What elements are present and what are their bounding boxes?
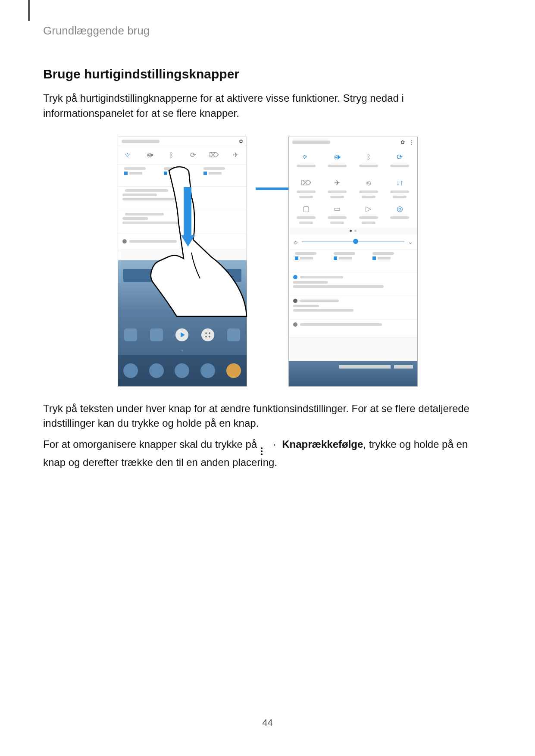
phone-expanded: ✿ ⋮ ᯤ 🕪 ᛒ ⟳ ⌦ ✈ ⎋ ↓↑ ▢ ▭ ▷ ◎: [288, 137, 418, 387]
messages-icon: [175, 363, 189, 378]
swipe-hand-illustration: [135, 162, 247, 317]
qs-flashlight: ⌦: [291, 176, 322, 202]
qs-rotation: ⟳: [384, 150, 416, 176]
notification-item: [289, 296, 417, 320]
qs-hotspot: ▭: [322, 202, 353, 228]
page-number: 44: [0, 717, 535, 728]
pager-dot: ○: [118, 349, 247, 352]
paragraph-2: Tryk på teksten under hver knap for at æ…: [43, 401, 492, 431]
qs-screen: ▷: [353, 202, 385, 228]
qs-wifi: ᯤ: [291, 150, 322, 176]
dock-row: [118, 325, 247, 345]
grid-pager: [289, 228, 417, 234]
intro-paragraph: Tryk på hurtigindstillingknapperne for a…: [43, 91, 492, 121]
qs-bluelight: ▢: [291, 202, 322, 228]
dock-icon: [227, 328, 240, 341]
quick-settings-grid: ᯤ 🕪 ᛒ ⟳ ⌦ ✈ ⎋ ↓↑ ▢ ▭ ▷ ◎: [289, 147, 417, 228]
slider-thumb: [353, 239, 358, 244]
qs-airplane: ✈: [322, 176, 353, 202]
app-thumb: [295, 252, 316, 269]
favorites-tray: [118, 355, 247, 386]
gear-icon: ✿: [239, 138, 243, 144]
phone-icon: [123, 363, 138, 378]
camera-icon: [226, 363, 241, 378]
header-accent: [28, 0, 30, 21]
paragraph-3: For at omorganisere knapper skal du tryk…: [43, 437, 492, 470]
bluetooth-icon: ᛒ: [167, 150, 176, 160]
notif-apps-row: [289, 249, 417, 272]
swipe-arrow-body: [184, 187, 191, 236]
vertical-dots-icon: [261, 447, 263, 455]
qs-mobiledata: ↓↑: [384, 176, 416, 202]
wifi-icon: ᯤ: [124, 150, 133, 160]
airplane-icon: ✈: [231, 150, 241, 160]
contacts-icon: [149, 363, 164, 378]
more-icon: ⋮: [409, 139, 414, 145]
p3-bold: Knaprækkefølge: [282, 438, 363, 450]
brightness-icon: ☼: [293, 238, 299, 245]
dock-gallery-icon: [150, 328, 163, 341]
brightness-slider: ☼ ⌄: [289, 234, 417, 249]
status-text-blur: [122, 140, 160, 143]
app-thumb: [372, 252, 394, 269]
status-bar: ✿ ⋮: [289, 137, 417, 147]
notification-item: [289, 320, 417, 337]
dock-apps-icon: [201, 328, 214, 341]
figure-row: ✿ ᯤ 🕪 ᛒ ⟳ ⌦ ✈: [43, 137, 492, 387]
app-thumb: [334, 252, 355, 269]
bottom-bar: [289, 361, 417, 386]
section-label: Grundlæggende brug: [43, 24, 150, 37]
dock-play-icon: [175, 328, 188, 341]
internet-icon: [200, 363, 215, 378]
slider-track: [302, 241, 404, 242]
arrow-right-icon: →: [268, 438, 278, 452]
rotation-icon: ⟳: [188, 150, 197, 160]
status-text-blur: [292, 141, 330, 144]
gear-icon: ✿: [400, 139, 405, 145]
page-heading: Bruge hurtigindstillingsknapper: [43, 67, 492, 81]
qs-sound: 🕪: [322, 150, 353, 176]
dock-calendar-icon: [124, 328, 137, 341]
qs-bluetooth: ᛒ: [353, 150, 385, 176]
sound-icon: 🕪: [145, 150, 155, 160]
qs-location: ◎: [384, 202, 416, 228]
phone-collapsed: ✿ ᯤ 🕪 ᛒ ⟳ ⌦ ✈: [118, 137, 247, 387]
flashlight-icon: ⌦: [210, 150, 219, 160]
chevron-down-icon: ⌄: [408, 238, 413, 245]
p3-part-a: For at omorganisere knapper skal du tryk…: [43, 438, 260, 450]
qs-powersave: ⎋: [353, 176, 385, 202]
status-bar: ✿: [118, 137, 247, 146]
notification-item: [289, 272, 417, 296]
